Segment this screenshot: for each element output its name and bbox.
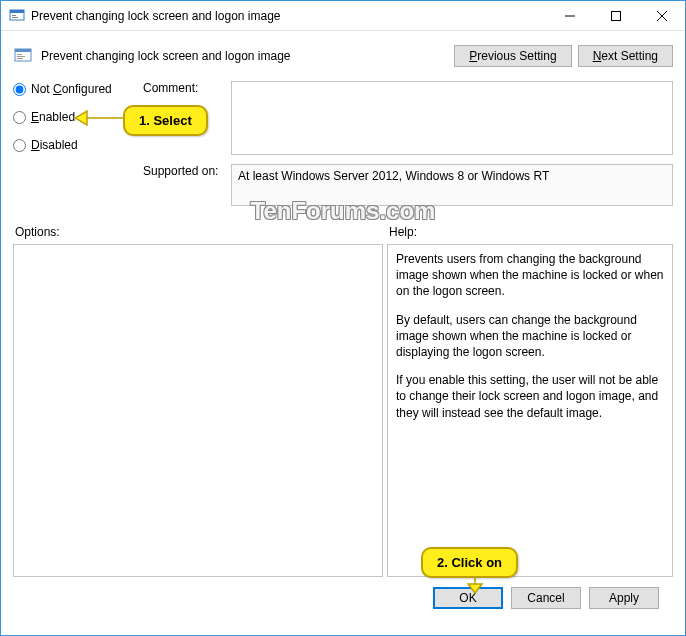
- window-title: Prevent changing lock screen and logon i…: [31, 9, 547, 23]
- apply-button[interactable]: Apply: [589, 587, 659, 609]
- help-label: Help:: [387, 225, 673, 239]
- supported-on-box: At least Windows Server 2012, Windows 8 …: [231, 164, 673, 206]
- svg-rect-12: [17, 58, 23, 59]
- header-row: Prevent changing lock screen and logon i…: [13, 39, 673, 81]
- options-label: Options:: [13, 225, 387, 239]
- label-enabled[interactable]: Enabled: [31, 110, 75, 124]
- svg-rect-2: [12, 15, 16, 16]
- label-not-configured[interactable]: Not Configured: [31, 82, 112, 96]
- next-setting-button[interactable]: Next Setting: [578, 45, 673, 67]
- policy-title: Prevent changing lock screen and logon i…: [41, 49, 291, 63]
- policy-icon: [13, 46, 33, 66]
- previous-setting-button[interactable]: Previous Setting: [454, 45, 571, 67]
- footer: 2. Click on OK Cancel Apply: [13, 577, 673, 609]
- cancel-button[interactable]: Cancel: [511, 587, 581, 609]
- comment-textarea[interactable]: [231, 81, 673, 155]
- svg-rect-9: [15, 49, 31, 52]
- window-controls: [547, 1, 685, 30]
- state-radio-group: Not Configured Enabled Disabled: [13, 81, 123, 215]
- help-box: Prevents users from changing the backgro…: [387, 244, 673, 577]
- radio-disabled[interactable]: [13, 139, 26, 152]
- app-icon: [9, 8, 25, 24]
- minimize-button[interactable]: [547, 1, 593, 30]
- svg-rect-3: [12, 17, 18, 18]
- close-button[interactable]: [639, 1, 685, 30]
- titlebar: Prevent changing lock screen and logon i…: [1, 1, 685, 31]
- radio-not-configured[interactable]: [13, 83, 26, 96]
- maximize-button[interactable]: [593, 1, 639, 30]
- svg-rect-11: [17, 56, 25, 57]
- options-box[interactable]: [13, 244, 383, 577]
- radio-enabled[interactable]: [13, 111, 26, 124]
- label-disabled[interactable]: Disabled: [31, 138, 78, 152]
- svg-rect-1: [10, 10, 24, 13]
- ok-button[interactable]: OK: [433, 587, 503, 609]
- svg-rect-10: [17, 54, 22, 55]
- svg-rect-5: [612, 11, 621, 20]
- comment-label: Comment:: [143, 81, 231, 155]
- supported-label: Supported on:: [143, 164, 231, 206]
